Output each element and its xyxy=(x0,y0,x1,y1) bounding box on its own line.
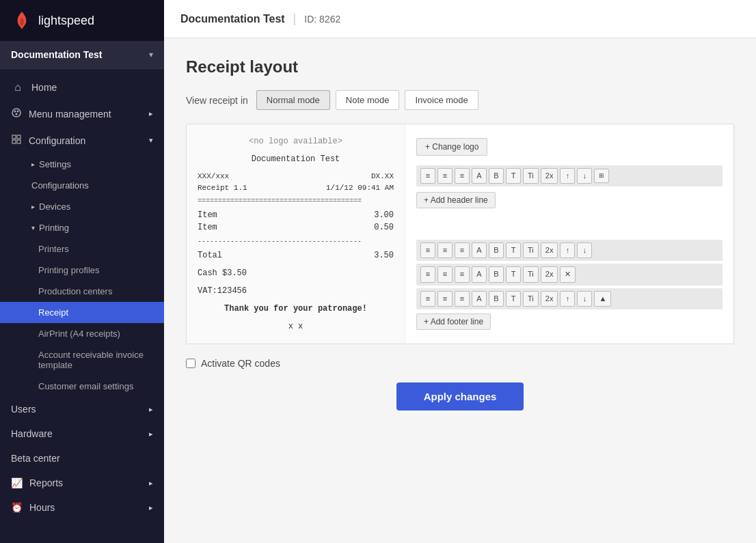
apply-changes-button[interactable]: Apply changes xyxy=(396,382,524,410)
header-bold[interactable]: B xyxy=(489,168,504,184)
svg-rect-6 xyxy=(12,140,16,143)
receipt-vat-label: VAT:123456 xyxy=(198,286,247,296)
hours-icon: ⏰ xyxy=(11,502,23,513)
item-2-name: Item xyxy=(198,221,217,234)
header-align-center[interactable]: ≡ xyxy=(437,168,453,184)
sidebar-item-hours[interactable]: ⏰ Hours ▸ xyxy=(0,495,164,520)
footer1-tall[interactable]: T xyxy=(506,242,521,258)
header-align-right[interactable]: ≡ xyxy=(455,168,470,184)
footer3-move-up[interactable]: ↑ xyxy=(560,291,575,307)
header-align-left[interactable]: ≡ xyxy=(420,168,435,184)
change-logo-button[interactable]: + Change logo xyxy=(416,138,487,156)
sidebar-item-settings[interactable]: ▸ Settings xyxy=(0,154,164,175)
receipt-store-name: Documentation Test xyxy=(198,153,394,165)
receipt-meta: XXX/xxx DX.XX xyxy=(198,171,394,182)
footer2-font-a[interactable]: A xyxy=(472,266,487,282)
receipt-container: <no logo available> Documentation Test X… xyxy=(186,124,734,344)
content-area: Receipt layout View receipt in Normal mo… xyxy=(164,38,756,543)
sidebar-item-account-receivable-label: Account receivable invoice template xyxy=(38,350,153,370)
store-selector[interactable]: Documentation Test ▾ xyxy=(0,41,164,69)
footer1-align-right[interactable]: ≡ xyxy=(455,242,470,258)
sidebar-item-home[interactable]: ⌂ Home xyxy=(0,74,164,100)
sidebar: lightspeed Documentation Test ▾ ⌂ Home M… xyxy=(0,0,164,543)
sidebar-logo: lightspeed xyxy=(0,0,164,41)
footer3-italic[interactable]: Ti xyxy=(523,291,539,307)
sidebar-item-beta-center[interactable]: Beta center xyxy=(0,446,164,471)
topbar-id: ID: 8262 xyxy=(304,14,340,25)
sidebar-item-printing[interactable]: ▾ Printing xyxy=(0,217,164,238)
sidebar-item-users-label: Users xyxy=(11,404,36,415)
footer3-double[interactable]: 2x xyxy=(541,291,558,307)
footer1-move-up[interactable]: ↑ xyxy=(560,242,575,258)
item-1-price: 3.00 xyxy=(374,209,394,221)
sidebar-item-printing-profiles[interactable]: Printing profiles xyxy=(0,260,164,281)
footer2-delete[interactable]: ✕ xyxy=(560,266,576,282)
sidebar-item-users[interactable]: Users ▸ xyxy=(0,397,164,421)
footer2-align-center[interactable]: ≡ xyxy=(437,266,453,282)
footer2-double[interactable]: 2x xyxy=(541,266,558,282)
sidebar-item-configuration[interactable]: Configuration ▾ xyxy=(0,127,164,154)
footer3-align-right[interactable]: ≡ xyxy=(455,291,470,307)
sidebar-item-receipt[interactable]: Receipt xyxy=(0,302,164,323)
footer2-tall[interactable]: T xyxy=(506,266,521,282)
receipt-datetime: 1/1/12 09:41 AM xyxy=(326,182,394,194)
view-toggle: View receipt in Normal mode Note mode In… xyxy=(186,90,734,110)
footer3-tall[interactable]: T xyxy=(506,291,521,307)
footer-toolbar-2: ≡ ≡ ≡ A B T Ti 2x ✕ xyxy=(416,264,723,285)
header-move-up[interactable]: ↑ xyxy=(560,168,575,184)
footer1-font-a[interactable]: A xyxy=(472,242,487,258)
sidebar-item-configurations[interactable]: Configurations xyxy=(0,175,164,196)
footer1-italic[interactable]: Ti xyxy=(523,242,539,258)
footer1-move-down[interactable]: ↓ xyxy=(577,242,592,258)
controls-middle-spacer xyxy=(416,214,723,234)
footer3-font-a[interactable]: A xyxy=(472,291,487,307)
configuration-icon xyxy=(11,134,22,147)
toggle-normal-mode[interactable]: Normal mode xyxy=(256,90,330,110)
header-italic[interactable]: Ti xyxy=(523,168,539,184)
footer3-extra[interactable]: ▲ xyxy=(594,291,611,307)
sidebar-item-airprint[interactable]: AirPrint (A4 receipts) xyxy=(0,323,164,344)
sidebar-item-printers[interactable]: Printers xyxy=(0,238,164,260)
footer3-align-left[interactable]: ≡ xyxy=(420,291,435,307)
header-double[interactable]: 2x xyxy=(541,168,558,184)
toggle-invoice-mode[interactable]: Invoice mode xyxy=(405,90,478,110)
home-icon: ⌂ xyxy=(11,81,25,94)
header-move-down[interactable]: ↓ xyxy=(577,168,592,184)
sidebar-item-customer-email-label: Customer email settings xyxy=(38,381,133,391)
sidebar-item-customer-email[interactable]: Customer email settings xyxy=(0,376,164,397)
sidebar-item-reports[interactable]: 📈 Reports ▸ xyxy=(0,471,164,495)
sidebar-item-menu-management[interactable]: Menu management ▸ xyxy=(0,100,164,127)
sidebar-item-devices[interactable]: ▸ Devices xyxy=(0,196,164,217)
receipt-footer-x: x x xyxy=(198,320,394,333)
qr-checkbox[interactable] xyxy=(186,359,195,368)
toggle-note-mode[interactable]: Note mode xyxy=(336,90,400,110)
footer1-bold[interactable]: B xyxy=(489,242,504,258)
header-extra[interactable]: ⊞ xyxy=(594,169,609,183)
add-header-line-button[interactable]: + Add header line xyxy=(416,192,496,208)
qr-label[interactable]: Activate QR codes xyxy=(201,358,280,369)
header-font-a[interactable]: A xyxy=(472,168,487,184)
footer3-move-down[interactable]: ↓ xyxy=(577,291,592,307)
svg-point-0 xyxy=(12,109,21,117)
footer2-align-left[interactable]: ≡ xyxy=(420,266,435,282)
footer2-bold[interactable]: B xyxy=(489,266,504,282)
footer2-italic[interactable]: Ti xyxy=(523,266,539,282)
logo-text: lightspeed xyxy=(38,14,94,28)
add-footer-line-button[interactable]: + Add footer line xyxy=(416,314,491,330)
footer3-bold[interactable]: B xyxy=(489,291,504,307)
footer1-align-left[interactable]: ≡ xyxy=(420,242,435,258)
footer1-align-center[interactable]: ≡ xyxy=(437,242,453,258)
footer3-align-center[interactable]: ≡ xyxy=(437,291,453,307)
main-content: Documentation Test | ID: 8262 Receipt la… xyxy=(164,0,756,543)
header-tall[interactable]: T xyxy=(506,168,521,184)
svg-point-1 xyxy=(14,111,16,113)
sidebar-item-airprint-label: AirPrint (A4 receipts) xyxy=(38,329,120,339)
footer2-align-right[interactable]: ≡ xyxy=(455,266,470,282)
sidebar-item-production-centers[interactable]: Production centers xyxy=(0,281,164,302)
receipt-divider-dash: ---------------------------------------- xyxy=(198,236,394,247)
sidebar-item-hardware[interactable]: Hardware ▸ xyxy=(0,421,164,446)
footer1-double[interactable]: 2x xyxy=(541,242,558,258)
store-selector-name: Documentation Test xyxy=(11,49,103,60)
receipt-num: Receipt 1.1 xyxy=(198,182,247,194)
sidebar-item-account-receivable[interactable]: Account receivable invoice template xyxy=(0,344,164,376)
